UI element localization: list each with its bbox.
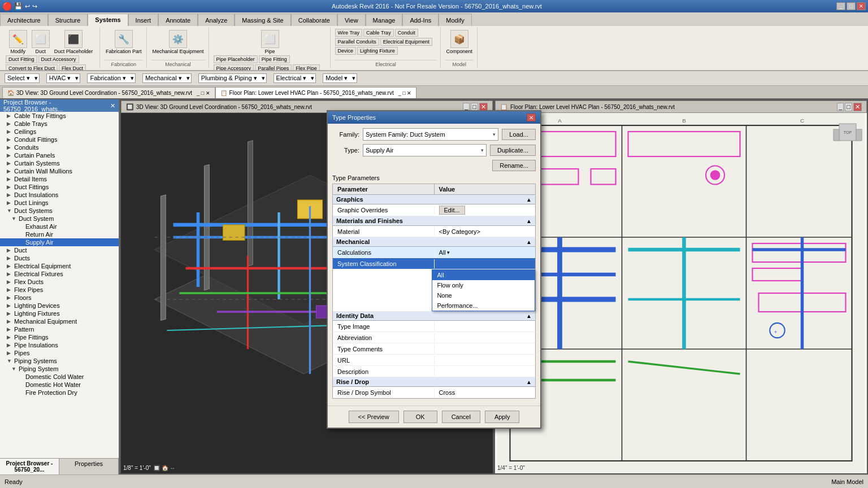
browser-item-duct-system[interactable]: ▼ Duct System bbox=[0, 215, 119, 223]
model-dropdown[interactable]: Model ▾ bbox=[323, 73, 357, 83]
ribbon-btn-fab-part[interactable]: 🔧 Fabrication Part bbox=[105, 29, 143, 55]
fp-close-btn[interactable]: ✕ bbox=[853, 103, 862, 111]
tab-manage[interactable]: Manage bbox=[366, 14, 403, 26]
hvac-dropdown[interactable]: HVAC ▾ bbox=[46, 73, 81, 83]
browser-item-duct-fittings[interactable]: ▶ Duct Fittings bbox=[0, 183, 119, 191]
graphics-collapse-icon[interactable]: ▲ bbox=[526, 197, 532, 203]
plumbing-dropdown[interactable]: Plumbing & Piping ▾ bbox=[198, 73, 267, 83]
browser-item-electrical-equipment[interactable]: ▶ Electrical Equipment bbox=[0, 262, 119, 270]
lighting-fixture-ribbon-btn[interactable]: Lighting Fixture bbox=[357, 47, 398, 55]
browser-item-flex-pipes[interactable]: ▶ Flex Pipes bbox=[0, 286, 119, 294]
edit-btn[interactable]: Edit... bbox=[439, 206, 465, 215]
ribbon-btn-pipe[interactable]: ⬜ Pipe bbox=[260, 29, 280, 55]
browser-item-pipe-fittings[interactable]: ▶ Pipe Fittings bbox=[0, 333, 119, 341]
rise-drop-collapse-icon[interactable]: ▲ bbox=[526, 379, 532, 385]
browser-item-duct[interactable]: ▶ Duct bbox=[0, 246, 119, 254]
conduit-btn[interactable]: Conduit bbox=[395, 29, 418, 37]
browser-item-curtain-panels[interactable]: ▶ Curtain Panels bbox=[0, 151, 119, 159]
materials-collapse-icon[interactable]: ▲ bbox=[526, 218, 532, 224]
dropdown-item-flow-only[interactable]: Flow only bbox=[432, 280, 535, 290]
quick-access-redo[interactable]: ↪ bbox=[32, 3, 37, 10]
browser-item-lighting-fixtures[interactable]: ▶ Lighting Fixtures bbox=[0, 310, 119, 317]
apply-btn[interactable]: Apply bbox=[485, 411, 520, 423]
browser-item-piping-systems[interactable]: ▼ Piping Systems bbox=[0, 357, 119, 365]
pipe-accessory-btn[interactable]: Pipe Accessory bbox=[214, 64, 254, 71]
window-tab-3d[interactable]: 🏠 3D View: 3D Ground Level Coordination … bbox=[2, 87, 215, 98]
load-btn[interactable]: Load... bbox=[502, 129, 536, 140]
tab-systems[interactable]: Systems bbox=[88, 14, 128, 26]
browser-item-duct-insulations[interactable]: ▶ Duct Insulations bbox=[0, 191, 119, 199]
tab-modify[interactable]: Modify bbox=[439, 14, 471, 26]
parallel-conduits-btn[interactable]: Parallel Conduits bbox=[335, 38, 379, 46]
browser-item-electrical-fixtures[interactable]: ▶ Electrical Fixtures bbox=[0, 270, 119, 278]
browser-tab-project[interactable]: Project Browser - 56750_20... bbox=[0, 459, 59, 474]
parallel-pipes-btn[interactable]: Parallel Pipes bbox=[255, 64, 292, 71]
duplicate-btn[interactable]: Duplicate... bbox=[490, 145, 536, 156]
calculations-dropdown[interactable]: All Flow only None Performance... bbox=[432, 269, 535, 311]
convert-flex-duct-btn[interactable]: Convert to Flex Duct bbox=[6, 64, 58, 71]
window-tab-fp[interactable]: 📋 Floor Plan: Lower Level HVAC Plan - 56… bbox=[215, 87, 417, 98]
electrical-equip-btn[interactable]: Electrical Equipment bbox=[380, 38, 432, 46]
browser-item-supply-air[interactable]: Supply Air bbox=[0, 238, 119, 246]
browser-scroll[interactable]: ▶ Cable Tray Fittings ▶ Cable Trays ▶ Ce… bbox=[0, 112, 119, 458]
window-close-btn[interactable]: ✕ bbox=[857, 2, 866, 10]
nav-cube[interactable]: TOP bbox=[831, 115, 865, 149]
ribbon-btn-duct-placeholder[interactable]: ⬛ Duct Placeholder bbox=[53, 29, 94, 55]
tab-insert[interactable]: Insert bbox=[128, 14, 159, 26]
browser-tab-properties[interactable]: Properties bbox=[59, 459, 119, 474]
fp-tab-controls[interactable]: _ □ ✕ bbox=[398, 90, 411, 96]
fab-dropdown[interactable]: Fabrication ▾ bbox=[87, 73, 135, 83]
dropdown-item-all[interactable]: All bbox=[432, 270, 535, 280]
tab-view[interactable]: View bbox=[337, 14, 366, 26]
dropdown-item-performance[interactable]: Performance... bbox=[432, 300, 535, 311]
browser-item-curtain-systems[interactable]: ▶ Curtain Systems bbox=[0, 159, 119, 167]
identity-data-collapse-icon[interactable]: ▲ bbox=[526, 313, 532, 319]
browser-close-btn[interactable]: ✕ bbox=[110, 102, 115, 110]
browser-item-ceilings[interactable]: ▶ Ceilings bbox=[0, 128, 119, 136]
browser-item-lighting-devices[interactable]: ▶ Lighting Devices bbox=[0, 302, 119, 310]
browser-item-fire-protection-dry[interactable]: Fire Protection Dry bbox=[0, 389, 119, 396]
cable-tray-btn[interactable]: Cable Tray bbox=[363, 29, 394, 37]
family-select[interactable]: System Family: Duct System ▾ bbox=[363, 128, 498, 141]
pipe-placeholder-btn[interactable]: Pipe Placeholder bbox=[214, 55, 258, 63]
tab-collaborate[interactable]: Collaborate bbox=[291, 14, 337, 26]
select-dropdown[interactable]: Select ▾ bbox=[5, 73, 40, 83]
browser-item-pipe-insulations[interactable]: ▶ Pipe Insulations bbox=[0, 341, 119, 349]
device-btn[interactable]: Device bbox=[335, 47, 357, 55]
quick-access-save[interactable]: 💾 bbox=[14, 2, 23, 10]
flex-duct-btn[interactable]: Flex Duct bbox=[59, 64, 86, 71]
tab-massing[interactable]: Massing & Site bbox=[235, 14, 290, 26]
browser-item-mechanical-equipment[interactable]: ▶ Mechanical Equipment bbox=[0, 317, 119, 325]
wire-tray-btn[interactable]: Wire Tray bbox=[335, 29, 363, 37]
tab-analyze[interactable]: Analyze bbox=[198, 14, 235, 26]
browser-item-domestic-cold-water[interactable]: Domestic Cold Water bbox=[0, 373, 119, 381]
fp-minimize-btn[interactable]: _ bbox=[837, 103, 844, 111]
tab-addins[interactable]: Add-Ins bbox=[402, 14, 439, 26]
duct-fitting-btn[interactable]: Duct Fitting bbox=[6, 55, 37, 63]
ribbon-btn-mech-equip[interactable]: ⚙️ Mechanical Equipment bbox=[151, 29, 205, 55]
ribbon-btn-modify[interactable]: ✏️ Modify bbox=[8, 29, 28, 55]
type-select[interactable]: Supply Air ▾ bbox=[363, 144, 487, 156]
window-restore-btn[interactable]: □ bbox=[847, 2, 856, 10]
duct-accessory-btn[interactable]: Duct Accessory bbox=[38, 55, 79, 63]
preview-btn[interactable]: << Preview bbox=[349, 411, 399, 423]
window-minimize-btn[interactable]: _ bbox=[836, 2, 845, 10]
browser-item-domestic-hot-water[interactable]: Domestic Hot Water bbox=[0, 381, 119, 389]
type-properties-dialog[interactable]: Type Properties ✕ Family: System Family:… bbox=[327, 110, 541, 429]
browser-item-detail-items[interactable]: ▶ Detail Items bbox=[0, 175, 119, 183]
browser-item-cable-tray-fittings[interactable]: ▶ Cable Tray Fittings bbox=[0, 112, 119, 120]
ribbon-btn-duct[interactable]: ⬜ Duct bbox=[31, 29, 51, 55]
browser-item-curtain-wall-mullions[interactable]: ▶ Curtain Wall Mullions bbox=[0, 167, 119, 175]
browser-item-pattern[interactable]: ▶ Pattern bbox=[0, 325, 119, 333]
quick-access-undo[interactable]: ↩ bbox=[25, 3, 30, 10]
ribbon-btn-component[interactable]: 📦 Component bbox=[445, 29, 474, 55]
mech-dropdown[interactable]: Mechanical ▾ bbox=[142, 73, 192, 83]
calculations-value[interactable]: All ▾ bbox=[435, 248, 536, 257]
cancel-btn[interactable]: Cancel bbox=[442, 411, 480, 423]
mechanical-collapse-icon[interactable]: ▲ bbox=[526, 239, 532, 245]
browser-item-piping-system[interactable]: ▼ Piping System bbox=[0, 365, 119, 373]
tab-annotate[interactable]: Annotate bbox=[158, 14, 198, 26]
browser-item-exhaust-air[interactable]: Exhaust Air bbox=[0, 223, 119, 230]
browser-item-duct-systems[interactable]: ▼ Duct Systems bbox=[0, 207, 119, 215]
fp-restore-btn[interactable]: □ bbox=[845, 103, 852, 111]
